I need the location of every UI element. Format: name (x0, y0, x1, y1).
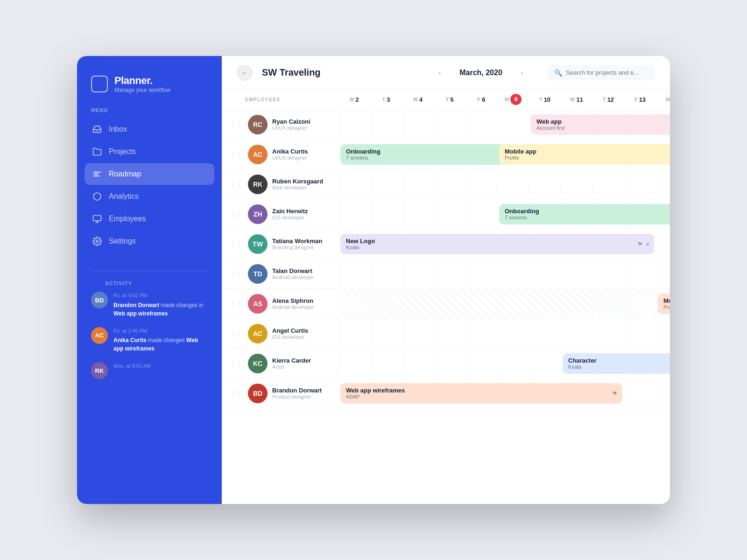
task-area-0: Web appAccount first (338, 110, 670, 140)
drag-handle[interactable]: ⋮⋮ (228, 301, 243, 307)
employees-label: Employees (109, 215, 146, 223)
activity-desc-2: Anika Curtis made changes Web app wirefr… (113, 336, 208, 353)
grid-cell (434, 289, 465, 319)
task-area-7 (338, 319, 670, 349)
search-input[interactable] (566, 69, 648, 76)
grid-cell (497, 319, 529, 349)
drag-handle[interactable]: ⋮⋮ (228, 360, 243, 367)
employee-cell-3: ⋮⋮ZHZain HerwitziOS developer (222, 199, 338, 229)
drag-handle[interactable]: ⋮⋮ (228, 271, 243, 277)
sidebar-item-settings[interactable]: Settings (85, 231, 214, 252)
grid-cell (338, 199, 370, 229)
grid-cell (529, 169, 561, 199)
day-header-12: T12 (592, 90, 624, 109)
main-header: ← SW Traveling ‹ March, 2020 › 🔍 (222, 56, 670, 90)
employee-name: Ryan Calzoni (272, 118, 310, 125)
grid-cell (338, 319, 370, 349)
task-bar[interactable]: Mobile appProfile (499, 144, 670, 165)
svg-rect-3 (93, 216, 101, 221)
task-bar[interactable]: Onboarding7 screens (499, 204, 670, 224)
grid-cell (656, 259, 670, 289)
employee-cell-9: ⋮⋮BDBrandon DorwartProduct designer (222, 378, 338, 408)
drag-handle[interactable]: ⋮⋮ (228, 151, 243, 158)
employee-avatar-1: AC (248, 145, 268, 164)
sidebar-item-inbox[interactable]: Inbox (85, 119, 214, 140)
grid-cell (624, 169, 656, 199)
grid-cell (465, 169, 497, 199)
employee-role: Android developer (272, 274, 314, 280)
grid-cell (465, 319, 497, 349)
day-header-10: T10 (529, 90, 561, 109)
app-container: Planner. Manage your workflow MENU Inbox (77, 56, 670, 504)
svg-point-6 (96, 240, 99, 243)
employee-row: ⋮⋮ASAlena SiphronAndroid developerMobile… (222, 289, 670, 319)
grid-cell (497, 349, 529, 378)
grid-cell (624, 259, 656, 289)
employee-role: UI/UX designer (272, 125, 310, 131)
task-title: Web app wireframes (346, 387, 617, 394)
task-area-2 (338, 169, 670, 199)
grid-cell (656, 169, 670, 199)
employee-role: Branding designer (272, 245, 322, 250)
sidebar-item-projects[interactable]: Projects (85, 141, 214, 162)
grid-cell (402, 289, 434, 319)
employee-row: ⋮⋮KCKierra CarderArtistCharacterKoala (222, 349, 670, 378)
sidebar-item-roadmap[interactable]: Roadmap (85, 163, 214, 185)
employee-role: UI/UX designer (272, 155, 308, 161)
menu-icon: ≡ (646, 240, 649, 247)
drag-handle[interactable]: ⋮⋮ (228, 241, 243, 247)
grid-cell (402, 259, 434, 289)
task-area-6: Mobile appProfile (338, 289, 670, 319)
task-bar[interactable]: Web app wireframesASAP⚑ (340, 383, 622, 404)
task-bar[interactable]: Web appAccount first (531, 114, 670, 135)
activity-section: ACTIVITY BD Fri, at 4:02 PM Brandon Dorw… (77, 280, 222, 490)
employee-avatar-7: AC (248, 324, 268, 343)
employee-role: iOS developer (272, 215, 308, 220)
roadmap-label: Roadmap (109, 170, 141, 178)
today-indicator: 9 (510, 94, 521, 105)
task-area-3: Onboarding7 screens (338, 199, 670, 229)
grid-cell (402, 169, 434, 199)
employee-row: ⋮⋮ZHZain HerwitziOS developerOnboarding7… (222, 199, 670, 229)
grid-cell (434, 319, 465, 349)
grid-cell (561, 289, 592, 319)
activity-time-3: Mon, at 9:01 AM (113, 362, 151, 370)
employee-row: ⋮⋮ACAnika CurtisUI/UX designerOnboarding… (222, 140, 670, 169)
back-button[interactable]: ← (237, 65, 253, 81)
sidebar-divider (91, 271, 208, 271)
task-subtitle: Koala (346, 245, 648, 250)
employee-name: Talan Dorwart (272, 267, 314, 274)
search-bar[interactable]: 🔍 (548, 65, 655, 80)
prev-month-button[interactable]: ‹ (433, 66, 447, 80)
task-bar[interactable]: New LogoKoala⚑≡ (340, 234, 654, 254)
next-month-button[interactable]: › (515, 66, 529, 80)
employee-row: ⋮⋮TDTalan DorwartAndroid developer (222, 259, 670, 289)
task-bar[interactable]: Mobile appProfile (658, 294, 670, 314)
day-header-6: F6 (465, 90, 497, 109)
grid-cell (402, 319, 434, 349)
analytics-icon (92, 191, 102, 202)
grid-cell (370, 169, 402, 199)
employee-avatar-0: RC (248, 115, 268, 134)
drag-handle[interactable]: ⋮⋮ (228, 211, 243, 217)
grid-cell (434, 169, 465, 199)
grid-cell (402, 349, 434, 378)
employee-row: ⋮⋮TWTatiana WorkmanBranding designerNew … (222, 229, 670, 259)
employee-role: iOS developer (272, 334, 308, 340)
employee-role: Web developer (272, 185, 323, 190)
drag-handle[interactable]: ⋮⋮ (228, 330, 243, 337)
employee-avatar-5: TD (248, 264, 268, 284)
sidebar-item-analytics[interactable]: Analytics (85, 186, 214, 207)
sidebar-item-employees[interactable]: Employees (85, 208, 214, 230)
employee-row: ⋮⋮RCRyan CalzoniUI/UX designerWeb appAcc… (222, 110, 670, 140)
drag-handle[interactable]: ⋮⋮ (228, 390, 243, 397)
drag-handle[interactable]: ⋮⋮ (228, 121, 243, 128)
day-header-4: W4 (402, 90, 434, 109)
day-header-3: T3 (370, 90, 402, 109)
drag-handle[interactable]: ⋮⋮ (228, 181, 243, 188)
task-area-8: CharacterKoala (338, 349, 670, 378)
task-bar[interactable]: CharacterKoala (563, 353, 670, 374)
flag-icon: ⚑ (637, 240, 643, 247)
activity-item-1: BD Fri, at 4:02 PM Brandon Dorwart made … (91, 292, 208, 318)
settings-icon (92, 236, 102, 246)
